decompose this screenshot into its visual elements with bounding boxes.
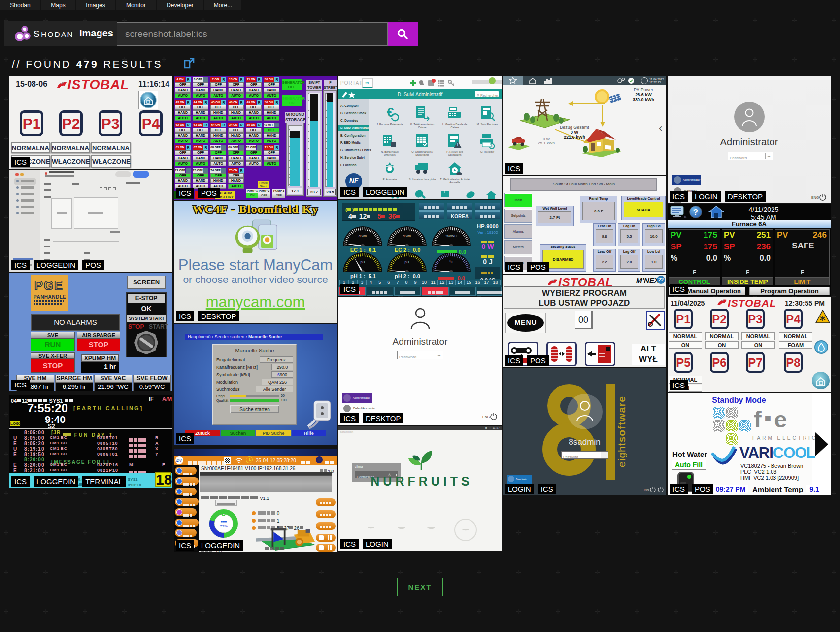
svg-text:°C: °C [449, 260, 453, 264]
svg-text:77%: 77% [220, 524, 228, 528]
svg-text:dS/m: dS/m [403, 234, 411, 238]
svg-text:pH: pH [361, 260, 365, 264]
svg-text:€: € [387, 105, 394, 120]
svg-text:!: ! [457, 143, 459, 148]
svg-text:%VWC: %VWC [446, 234, 457, 238]
svg-text:pH: pH [405, 260, 409, 264]
svg-text:■■■: ■■■ [221, 520, 227, 523]
svg-text:dS/m: dS/m [359, 234, 367, 238]
